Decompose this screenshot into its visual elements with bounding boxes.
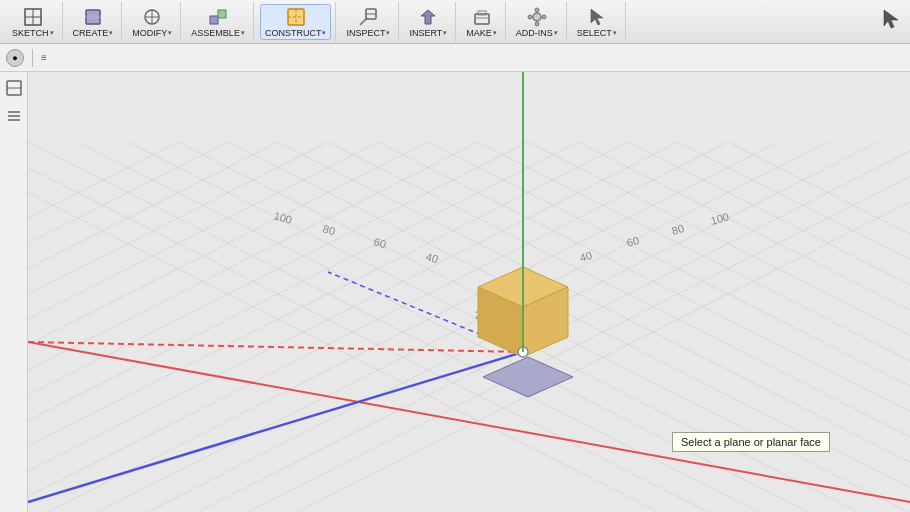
toolbar-group-assemble: ASSEMBLE ▾	[183, 2, 254, 42]
svg-point-23	[535, 22, 539, 26]
construct-btn[interactable]: CONSTRUCT ▾	[260, 4, 332, 40]
svg-marker-17	[421, 10, 435, 24]
divider	[32, 49, 33, 67]
panel-toggle-btn[interactable]: ●	[6, 49, 24, 67]
assemble-btn[interactable]: ASSEMBLE ▾	[187, 4, 249, 40]
modify-icon	[141, 6, 163, 28]
select-label: SELECT ▾	[577, 28, 617, 38]
select-btn[interactable]: SELECT ▾	[573, 4, 621, 40]
toolbar-group-sketch: SKETCH ▾	[4, 2, 63, 42]
toolbar-group-create: CREATE ▾	[65, 2, 123, 42]
svg-point-22	[535, 8, 539, 12]
main-toolbar: SKETCH ▾ CREATE ▾	[0, 0, 910, 44]
create-label: CREATE ▾	[73, 28, 114, 38]
create-arrow: ▾	[109, 29, 113, 37]
toolbar-group-select: SELECT ▾	[569, 2, 626, 42]
create-icon	[82, 6, 104, 28]
inspect-label: INSPECT ▾	[346, 28, 390, 38]
toolbar-group-inspect: INSPECT ▾	[338, 2, 399, 42]
toolbar-group-construct: CONSTRUCT ▾	[256, 2, 337, 42]
inspect-icon	[357, 6, 379, 28]
addins-arrow: ▾	[554, 29, 558, 37]
svg-point-25	[542, 15, 546, 19]
addins-label: ADD-INS ▾	[516, 28, 558, 38]
toolbar-group-addins: ADD-INS ▾	[508, 2, 567, 42]
toolbar-group-make: MAKE ▾	[458, 2, 506, 42]
make-icon	[471, 6, 493, 28]
sketch-label: SKETCH ▾	[12, 28, 54, 38]
grid-canvas: 100 80 60 40 20 100 80 60 40 20	[28, 72, 910, 512]
create-btn[interactable]: CREATE ▾	[69, 4, 118, 40]
make-arrow: ▾	[493, 29, 497, 37]
construct-arrow: ▾	[322, 29, 326, 37]
left-panel-item-1[interactable]	[2, 76, 26, 100]
svg-point-21	[533, 13, 541, 21]
sketch-arrow: ▾	[50, 29, 54, 37]
assemble-arrow: ▾	[241, 29, 245, 37]
cursor-area	[878, 6, 906, 38]
left-panel	[0, 72, 28, 512]
svg-rect-3	[86, 10, 100, 24]
make-label: MAKE ▾	[466, 28, 497, 38]
addins-icon	[526, 6, 548, 28]
sketch-icon	[22, 6, 44, 28]
addins-btn[interactable]: ADD-INS ▾	[512, 4, 562, 40]
modify-arrow: ▾	[168, 29, 172, 37]
sketch-btn[interactable]: SKETCH ▾	[8, 4, 58, 40]
assemble-icon	[207, 6, 229, 28]
svg-marker-27	[884, 10, 898, 28]
modify-label: MODIFY ▾	[132, 28, 172, 38]
construct-icon	[285, 6, 307, 28]
second-bar-label: ≡	[41, 52, 47, 63]
select-icon	[586, 6, 608, 28]
make-btn[interactable]: MAKE ▾	[462, 4, 501, 40]
insert-icon	[417, 6, 439, 28]
svg-marker-26	[591, 9, 603, 25]
assemble-label: ASSEMBLE ▾	[191, 28, 245, 38]
svg-rect-8	[210, 16, 218, 24]
svg-rect-9	[218, 10, 226, 18]
insert-arrow: ▾	[443, 29, 447, 37]
second-toolbar: ● ≡	[0, 44, 910, 72]
toolbar-group-modify: MODIFY ▾	[124, 2, 181, 42]
insert-label: INSERT ▾	[409, 28, 447, 38]
construct-label: CONSTRUCT ▾	[265, 28, 327, 38]
inspect-btn[interactable]: INSPECT ▾	[342, 4, 394, 40]
toolbar-group-insert: INSERT ▾	[401, 2, 456, 42]
inspect-arrow: ▾	[386, 29, 390, 37]
insert-btn[interactable]: INSERT ▾	[405, 4, 451, 40]
modify-btn[interactable]: MODIFY ▾	[128, 4, 176, 40]
viewport[interactable]: 100 80 60 40 20 100 80 60 40 20	[28, 72, 910, 512]
cursor-icon	[878, 6, 906, 34]
select-arrow: ▾	[613, 29, 617, 37]
svg-point-24	[528, 15, 532, 19]
left-panel-item-2[interactable]	[2, 104, 26, 128]
